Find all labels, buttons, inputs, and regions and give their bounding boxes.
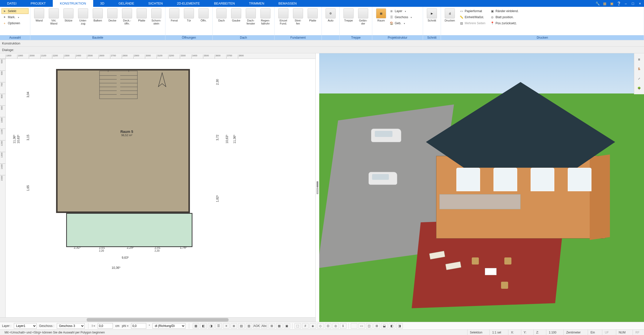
minimize-icon[interactable]: – (623, 1, 628, 6)
oeffnungen-1-button[interactable]: Tür (182, 7, 196, 22)
tab-bemassen[interactable]: BEMASSEN (271, 0, 304, 7)
bauteile-1-button[interactable]: Virt. Wand (46, 7, 61, 25)
mini-icon-3[interactable]: ☰ (215, 323, 222, 329)
tab-konstruktion[interactable]: KONSTRUKTION (53, 0, 93, 7)
phi-input[interactable] (131, 323, 146, 329)
mark-button[interactable]: ✦ Mark. (2, 14, 29, 20)
dach-1-button[interactable]: Gaube (229, 7, 243, 22)
tab-3d[interactable]: 3D (93, 0, 112, 7)
plan-scrollbar[interactable] (0, 317, 315, 322)
auto-button[interactable]: ⚙ Auto (323, 7, 338, 22)
geschoss-select[interactable]: Geschoss 3 (57, 323, 85, 329)
orbit-icon[interactable]: ⤢ (636, 75, 643, 82)
screen-icon[interactable]: ▣ (609, 1, 614, 6)
mini-icon-24[interactable]: ⬓ (381, 323, 388, 329)
mini-icon-16[interactable]: ◇ (317, 323, 324, 329)
dach-0-button[interactable]: Dach (214, 7, 229, 22)
plan-canvas[interactable]: Raum 5 96,52 m² 10,36⁵ 9,63⁵ 2,01 2,20 2… (6, 59, 315, 317)
papierformat-button[interactable]: ▭Papierformat (459, 8, 486, 14)
mini-icon-25[interactable]: ◧ (389, 323, 395, 329)
bauteile-7-button[interactable]: Platte (134, 7, 149, 22)
oeffnungen-0-button[interactable]: Fenst (167, 7, 182, 22)
bauteile-2-button[interactable]: Stütze (61, 7, 76, 22)
fundament-1-button[interactable]: Strei- fen (291, 7, 305, 25)
geb-button[interactable]: 🏠 Geb. (388, 20, 421, 26)
tree-icon[interactable]: 🌳 (636, 85, 643, 92)
mini-icon-4[interactable]: ≡ (223, 323, 230, 329)
mini-icon-26[interactable]: ◨ (396, 323, 403, 329)
treppe-1-icon (358, 8, 368, 18)
dach-2-button[interactable]: Dach- fenster (243, 7, 258, 25)
mini-icon-2[interactable]: ◨ (208, 323, 214, 329)
mini-icon-9[interactable]: Abc (261, 323, 267, 329)
treppe-0-button[interactable]: Treppe (341, 7, 356, 22)
treppe-1-button[interactable]: Gelän- der (356, 7, 370, 25)
options-button[interactable]: ＋ Optionen (2, 20, 29, 26)
mini-icon-0[interactable]: ▦ (193, 323, 199, 329)
blatt-pos-button[interactable]: ◎Blatt position. (489, 14, 519, 20)
mini-icon-19[interactable]: ℹ (340, 323, 346, 329)
raum-button[interactable]: ▦ Raum (374, 7, 388, 22)
mini-icon-11[interactable]: ▦ (276, 323, 283, 329)
mini-icon-5[interactable]: ≣ (231, 323, 237, 329)
pane-3d[interactable]: ≣ 🪑 ⤢ 🌳 (319, 53, 644, 322)
layer-select[interactable]: Layer1 (14, 323, 37, 329)
dach-3-button[interactable]: Regen- fallrohr (258, 7, 273, 25)
bauteile-6-button[interactable]: Deck.- öffn. (120, 7, 134, 25)
close-icon[interactable]: × (637, 1, 642, 6)
pos-reset-button[interactable]: 📍Pos zurücksetz. (489, 20, 519, 26)
layer-label: Layer (395, 9, 402, 13)
mini-icon-6[interactable]: ▤ (238, 323, 245, 329)
mini-icon-22[interactable]: ◫ (366, 323, 373, 329)
tools-icon[interactable]: 🔧 (595, 1, 600, 6)
bauteile-4-button[interactable]: Balken (90, 7, 105, 22)
bauteile-8-button[interactable]: Schorn- stein (149, 7, 164, 25)
mini-icon-10[interactable]: ⊞ (268, 323, 275, 329)
geschoss-button[interactable]: ☰ Geschoss (388, 14, 421, 20)
restore-icon[interactable]: □ (630, 1, 635, 6)
mini-icon-20[interactable] (351, 323, 357, 329)
fundament-0-button[interactable]: Einzel Fund. (276, 7, 291, 25)
box-icon[interactable]: ▦ (602, 1, 607, 6)
mini-icon-15[interactable]: ◈ (310, 323, 316, 329)
layer-button[interactable]: ≣ Layer (388, 8, 421, 14)
mini-icon-1[interactable]: ◧ (200, 323, 207, 329)
splitter[interactable] (316, 53, 319, 322)
mini-icon-8[interactable]: AGK (253, 323, 260, 329)
select-button[interactable]: ➤ Selekt (2, 8, 29, 14)
fundament-2-button[interactable]: Platte (305, 7, 320, 22)
furniture-icon[interactable]: 🪑 (636, 65, 643, 73)
tab-trimmen[interactable]: TRIMMEN (242, 0, 271, 7)
raender-button[interactable]: ▣Ränder einblend. (489, 8, 519, 14)
tab-gelaende[interactable]: GELÄNDE (111, 0, 141, 7)
bauteile-5-button[interactable]: Decke (105, 7, 120, 22)
tab-bearbeiten[interactable]: BEARBEITEN (207, 0, 242, 7)
dach-0-icon (216, 8, 227, 18)
mini-icon-23[interactable]: ⊞ (374, 323, 380, 329)
tab-sichten[interactable]: SICHTEN (141, 0, 170, 7)
einheit-button[interactable]: 📏Einheit/Maßst. (459, 14, 486, 20)
mehrere-seiten-button[interactable]: ▤Mehrere Seiten (459, 20, 486, 26)
layers-icon[interactable]: ≣ (636, 56, 643, 63)
bauteile-0-button[interactable]: Wand (32, 7, 46, 22)
mini-icon-14[interactable]: # (302, 323, 309, 329)
status-scale-sel: 1:1 sel (489, 330, 504, 335)
status-z: Z: (533, 330, 541, 335)
mini-icon-13[interactable]: ⬚ (294, 323, 301, 329)
schnitt-button[interactable]: ▶ Schnitt (425, 7, 439, 22)
dim-side-h: 3,04 (26, 92, 30, 98)
bauteile-3-button[interactable]: Unter- zug (76, 7, 90, 25)
mini-icon-12[interactable]: ▣ (284, 323, 290, 329)
tab-2d-elemente[interactable]: 2D-ELEMENTE (170, 0, 207, 7)
mode-select[interactable]: dl (Richtung/Di (153, 323, 185, 329)
oeffnungen-2-button[interactable]: Öffn. (196, 7, 211, 22)
mini-icon-7[interactable]: ▥ (246, 323, 252, 329)
mini-icon-18[interactable]: ◎ (332, 323, 339, 329)
drucken-button[interactable]: 🖨 Drucken (442, 7, 457, 22)
tab-datei[interactable]: DATEI (0, 0, 23, 7)
mini-icon-21[interactable]: ▭ (358, 323, 365, 329)
tab-projekt[interactable]: PROJEKT (23, 0, 53, 7)
mini-icon-17[interactable]: ⊡ (325, 323, 331, 329)
help-icon[interactable]: ❔ (616, 1, 621, 6)
length-input[interactable] (98, 323, 113, 329)
